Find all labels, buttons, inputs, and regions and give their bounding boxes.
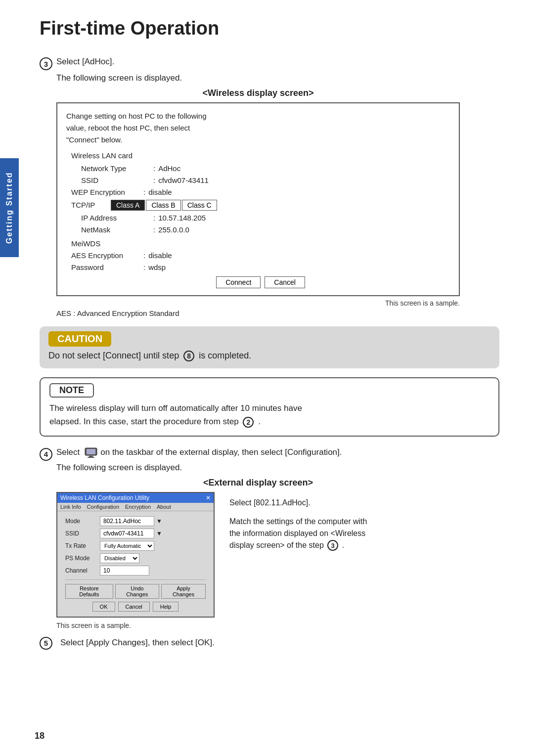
wireless-sample-text: This screen is a sample. bbox=[40, 299, 460, 307]
password-label: Password bbox=[71, 262, 140, 273]
close-icon[interactable]: ✕ bbox=[206, 494, 211, 501]
ext-psmode-label: PS Mode bbox=[65, 555, 100, 562]
note-box: NOTE The wireless display will turn off … bbox=[40, 377, 499, 436]
ext-txrate-select[interactable]: Fully Automatic bbox=[100, 541, 154, 551]
wireless-screen-title: <Wireless display screen> bbox=[56, 88, 460, 98]
ssid-value: cfvdw07-43411 bbox=[158, 175, 209, 186]
note-text: The wireless display will turn off autom… bbox=[49, 401, 490, 428]
page: Getting Started First-time Operation 3 S… bbox=[0, 0, 534, 756]
wep-value: disable bbox=[148, 186, 172, 198]
ext-channel-input[interactable] bbox=[100, 566, 149, 576]
step4-sub: The following screen is displayed. bbox=[56, 463, 499, 473]
menu-configuration[interactable]: Configuration bbox=[87, 504, 119, 510]
intro-text: Change setting on host PC to the followi… bbox=[66, 110, 450, 146]
caution-box: CAUTION Do not select [Connect] until st… bbox=[40, 326, 499, 368]
password-row: Password : wdsp bbox=[71, 262, 450, 273]
step3-circle: 3 bbox=[40, 57, 52, 70]
class-a-btn[interactable]: Class A bbox=[111, 200, 145, 211]
ext-psmode-select[interactable]: Disabled bbox=[100, 553, 139, 563]
svg-rect-1 bbox=[87, 449, 95, 454]
netmask-label: NetMask bbox=[81, 224, 150, 236]
tcp-label: TCP/IP bbox=[71, 199, 111, 211]
ext-cancel-btn[interactable]: Cancel bbox=[118, 602, 150, 612]
ext-ssid-row: SSID ▼ bbox=[65, 529, 206, 538]
network-type-value: AdHoc bbox=[158, 163, 180, 175]
ext-txrate-label: Tx Rate bbox=[65, 542, 100, 549]
step4-circle: 4 bbox=[40, 448, 52, 461]
ip-row: IP Address : 10.57.148.205 bbox=[81, 212, 450, 224]
ext-mode-arrow: ▼ bbox=[156, 518, 162, 525]
ip-label: IP Address bbox=[81, 212, 150, 224]
class-c-btn[interactable]: Class C bbox=[182, 200, 217, 211]
tcp-row: TCP/IP Class A Class B Class C bbox=[71, 199, 450, 211]
ssid-row: SSID : cfvdw07-43411 bbox=[81, 175, 450, 186]
cancel-btn[interactable]: Cancel bbox=[265, 276, 305, 288]
aes-note: AES : Advanced Encryption Standard bbox=[56, 309, 499, 317]
undo-changes-btn[interactable]: Undo Changes bbox=[115, 584, 159, 599]
connect-btn[interactable]: Connect bbox=[216, 276, 261, 288]
ext-psmode-row: PS Mode Disabled bbox=[65, 553, 206, 563]
ext-action-buttons: Restore Defaults Undo Changes Apply Chan… bbox=[65, 584, 206, 599]
svg-rect-3 bbox=[88, 457, 94, 458]
ext-side-notes: Select [802.11.AdHoc]. Match the setting… bbox=[229, 492, 398, 558]
caution-step-circle: 8 bbox=[183, 351, 194, 361]
ext-mode-input[interactable] bbox=[100, 516, 154, 526]
wep-label: WEP Encryption bbox=[71, 186, 140, 198]
note-step-circle: 2 bbox=[243, 417, 254, 428]
menu-about[interactable]: About bbox=[157, 504, 171, 510]
apply-changes-btn[interactable]: Apply Changes bbox=[161, 584, 206, 599]
side-tab: Getting Started bbox=[0, 158, 19, 257]
menu-link-info[interactable]: Link Info bbox=[60, 504, 81, 510]
svg-rect-2 bbox=[89, 456, 93, 457]
ext-bottom-buttons: OK Cancel Help bbox=[65, 602, 206, 612]
netmask-row: NetMask : 255.0.0.0 bbox=[81, 224, 450, 236]
external-screen-title: <External display screen> bbox=[56, 478, 460, 488]
page-number: 18 bbox=[35, 731, 44, 741]
ext-channel-row: Channel bbox=[65, 566, 206, 576]
wireless-lan-card-section: Wireless LAN card Network Type : AdHoc S… bbox=[71, 150, 450, 288]
external-sample-text: This screen is a sample. bbox=[56, 622, 499, 629]
aes-row: AES Encryption : disable bbox=[71, 250, 450, 262]
computer-icon bbox=[84, 447, 98, 458]
step5-circle: 5 bbox=[40, 637, 52, 650]
ext-menubar: Link Info Configuration Encryption About bbox=[57, 503, 214, 511]
menu-encryption[interactable]: Encryption bbox=[125, 504, 151, 510]
network-type-label: Network Type bbox=[81, 163, 150, 175]
ip-value: 10.57.148.205 bbox=[158, 212, 206, 224]
ext-titlebar: Wireless LAN Configuration Utility ✕ bbox=[57, 493, 214, 503]
section2-label: MeiWDS bbox=[71, 238, 450, 250]
external-screen-box: Wireless LAN Configuration Utility ✕ Lin… bbox=[56, 492, 215, 618]
ssid-label: SSID bbox=[81, 175, 150, 186]
wep-row: WEP Encryption : disable bbox=[71, 186, 450, 198]
step3-sub: The following screen is displayed. bbox=[56, 73, 499, 83]
page-title: First-time Operation bbox=[40, 18, 499, 43]
help-btn[interactable]: Help bbox=[153, 602, 179, 612]
step3-heading: 3 Select [AdHoc]. bbox=[40, 57, 499, 70]
wireless-screen-box: Change setting on host PC to the followi… bbox=[56, 102, 460, 296]
ok-btn[interactable]: OK bbox=[92, 602, 115, 612]
external-screen-area: Wireless LAN Configuration Utility ✕ Lin… bbox=[56, 492, 460, 618]
ext-screen-content: Mode ▼ SSID ▼ Tx Rate Fully Automatic bbox=[57, 511, 214, 617]
step4-heading: 4 Select on the taskbar of the external … bbox=[40, 447, 499, 461]
step5-heading: 5 Select [Apply Changes], then select [O… bbox=[40, 636, 499, 650]
ext-txrate-row: Tx Rate Fully Automatic bbox=[65, 541, 206, 551]
connect-cancel-row: Connect Cancel bbox=[71, 276, 450, 288]
step3-label: Select [AdHoc]. bbox=[56, 57, 114, 67]
side-note1: Select [802.11.AdHoc]. bbox=[229, 497, 398, 509]
ext-ssid-input[interactable] bbox=[100, 529, 154, 538]
side-note2-circle: 3 bbox=[327, 540, 338, 551]
netmask-value: 255.0.0.0 bbox=[158, 224, 189, 236]
network-type-row: Network Type : AdHoc bbox=[81, 163, 450, 175]
restore-defaults-btn[interactable]: Restore Defaults bbox=[65, 584, 113, 599]
ext-channel-label: Channel bbox=[65, 567, 100, 574]
side-note2: Match the settings of the computer with … bbox=[229, 516, 398, 551]
aes-value: disable bbox=[148, 250, 172, 262]
class-b-btn[interactable]: Class B bbox=[146, 200, 180, 211]
caution-text: Do not select [Connect] until step 8 is … bbox=[48, 351, 490, 361]
section1-label: Wireless LAN card bbox=[71, 150, 450, 162]
caution-label: CAUTION bbox=[48, 331, 111, 347]
ext-mode-row: Mode ▼ bbox=[65, 516, 206, 526]
ext-ssid-arrow: ▼ bbox=[156, 530, 162, 537]
password-value: wdsp bbox=[148, 262, 166, 273]
ext-mode-label: Mode bbox=[65, 518, 100, 525]
